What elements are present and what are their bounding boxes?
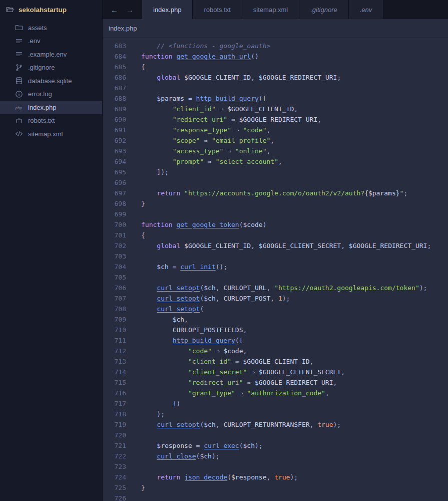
code-line[interactable]: 690 "redirect_uri" ⇒ $GOOGLE_REDIRECT_UR… [103, 114, 448, 125]
back-button[interactable]: ← [111, 6, 118, 14]
sidebar-item-env[interactable]: .env [0, 35, 102, 48]
code-line[interactable]: 683 // <functions - google_oauth> [103, 41, 448, 51]
file-name: sitemap.xml [28, 130, 63, 138]
sidebar-item-example-env[interactable]: .example.env [0, 48, 102, 61]
code-editor[interactable]: 683 // <functions - google_oauth>684func… [103, 38, 448, 501]
app-window: sekolahstartup assets.env.example.env.gi… [0, 0, 448, 501]
code-line[interactable]: 723 [103, 461, 448, 472]
line-number: 717 [103, 398, 126, 409]
line-number: 694 [103, 156, 126, 167]
file-name: assets [28, 24, 47, 32]
code-line[interactable]: 699 [103, 209, 448, 219]
code-line[interactable]: 726 [103, 493, 448, 501]
tabs: index.phprobots.txtsitemap.xml.gitignore… [142, 0, 383, 19]
code-line[interactable]: 692 "scope" ⇒ "email profile", [103, 135, 448, 146]
code-line[interactable]: 709 $ch, [103, 314, 448, 325]
file-name: database.sqlite [28, 77, 72, 85]
workspace-name: sekolahstartup [19, 6, 67, 14]
code-line[interactable]: 710 CURLOPT_POSTFIELDS, [103, 325, 448, 335]
code-line[interactable]: 711 http_build_query([ [103, 335, 448, 346]
line-number: 721 [103, 440, 126, 451]
line-number: 691 [103, 125, 126, 135]
code-text: // <functions - google_oauth> [141, 41, 270, 51]
code-line[interactable]: 718 ); [103, 409, 448, 419]
line-number: 687 [103, 83, 126, 93]
file-explorer: sekolahstartup assets.env.example.env.gi… [0, 0, 103, 501]
code-line[interactable]: 695 ]); [103, 167, 448, 177]
line-number: 702 [103, 240, 126, 251]
line-number: 720 [103, 430, 126, 440]
code-line[interactable]: 691 "response_type" ⇒ "code", [103, 125, 448, 135]
line-number: 715 [103, 377, 126, 388]
line-number: 726 [103, 493, 126, 501]
code-text: $ch = curl_init(); [141, 262, 227, 272]
code-text: "response_type" ⇒ "code", [141, 125, 270, 135]
line-number: 697 [103, 188, 126, 198]
workspace-header[interactable]: sekolahstartup [0, 0, 102, 19]
tab-robots-txt[interactable]: robots.txt [193, 0, 242, 19]
code-line[interactable]: 713 "client_id" ⇒ $GOOGLE_CLIENT_ID, [103, 356, 448, 367]
sidebar-item-database-sqlite[interactable]: database.sqlite [0, 74, 102, 88]
line-number: 700 [103, 219, 126, 230]
code-line[interactable]: 705 [103, 272, 448, 283]
code-line[interactable]: 696 [103, 177, 448, 188]
line-number: 708 [103, 304, 126, 314]
code-line[interactable]: 704 $ch = curl_init(); [103, 262, 448, 272]
file-name: robots.txt [28, 117, 55, 124]
line-number: 696 [103, 177, 126, 188]
code-line[interactable]: 715 "redirect_uri" ⇒ $GOOGLE_REDIRECT_UR… [103, 377, 448, 388]
code-line[interactable]: 694 "prompt" ⇒ "select_account", [103, 156, 448, 167]
tab-sitemap-xml[interactable]: sitemap.xml [242, 0, 299, 19]
breadcrumb-file[interactable]: index.php [109, 25, 137, 32]
forward-button[interactable]: → [126, 6, 134, 14]
code-line[interactable]: 714 "client_secret" ⇒ $GOOGLE_CLIENT_SEC… [103, 367, 448, 377]
code-line[interactable]: 719 curl_setopt($ch, CURLOPT_RETURNTRANS… [103, 419, 448, 430]
sidebar-item-robots-txt[interactable]: robots.txt [0, 114, 102, 128]
tab-index-php[interactable]: index.php [142, 0, 193, 19]
line-number: 699 [103, 209, 126, 219]
code-line[interactable]: 697 return "https://accounts.google.com/… [103, 188, 448, 198]
line-number: 709 [103, 314, 126, 325]
file-name: error.log [28, 90, 52, 98]
code-line[interactable]: 703 [103, 251, 448, 262]
code-text: "scope" ⇒ "email profile", [141, 135, 274, 146]
code-line[interactable]: 687 [103, 83, 448, 93]
code-line[interactable]: 720 [103, 430, 448, 440]
tab-env[interactable]: .env [349, 0, 384, 19]
code-line[interactable]: 698} [103, 198, 448, 209]
sidebar-item-error-log[interactable]: error.log [0, 88, 102, 101]
sidebar-item-sitemap-xml[interactable]: sitemap.xml [0, 127, 102, 141]
line-number: 710 [103, 325, 126, 335]
code-line[interactable]: 724 return json_decode($response, true); [103, 472, 448, 482]
sidebar-item-index-php[interactable]: phpindex.php [0, 101, 102, 114]
code-text: $params = http_build_query([ [141, 93, 266, 104]
code-text: curl_setopt($ch, CURLOPT_POST, 1); [141, 293, 290, 304]
code-line[interactable]: 707 curl_setopt($ch, CURLOPT_POST, 1); [103, 293, 448, 304]
code-line[interactable]: 684function get_google_auth_url() [103, 51, 448, 62]
code-line[interactable]: 701{ [103, 230, 448, 240]
code-line[interactable]: 717 ]) [103, 398, 448, 409]
svg-text:php: php [16, 106, 23, 110]
code-line[interactable]: 685{ [103, 62, 448, 72]
code-line[interactable]: 686 global $GOOGLE_CLIENT_ID, $GOOGLE_RE… [103, 72, 448, 83]
sidebar-item-assets[interactable]: assets [0, 21, 102, 35]
code-line[interactable]: 716 "grant_type" ⇒ "authorization_code", [103, 388, 448, 398]
code-text: curl_setopt($ch, CURLOPT_URL, "https://o… [141, 283, 427, 293]
line-number: 716 [103, 388, 126, 398]
sidebar-item-gitignore[interactable]: .gitignore [0, 61, 102, 75]
code-line[interactable]: 700function get_google_token($code) [103, 219, 448, 230]
code-line[interactable]: 708 curl_setopt( [103, 304, 448, 314]
code-line[interactable]: 688 $params = http_build_query([ [103, 93, 448, 104]
tab-gitignore[interactable]: .gitignore [299, 0, 348, 19]
code-text: function get_google_token($code) [141, 219, 266, 230]
code-line[interactable]: 693 "access_type" ⇒ "online", [103, 146, 448, 156]
code-line[interactable]: 721 $response = curl_exec($ch); [103, 440, 448, 451]
database-icon [15, 77, 23, 85]
code-line[interactable]: 702 global $GOOGLE_CLIENT_ID, $GOOGLE_CL… [103, 240, 448, 251]
code-line[interactable]: 712 "code" ⇒ $code, [103, 346, 448, 356]
code-line[interactable]: 725} [103, 482, 448, 493]
code-line[interactable]: 689 "client_id" ⇒ $GOOGLE_CLIENT_ID, [103, 104, 448, 114]
line-number: 683 [103, 41, 126, 51]
code-line[interactable]: 706 curl_setopt($ch, CURLOPT_URL, "https… [103, 283, 448, 293]
code-line[interactable]: 722 curl_close($ch); [103, 451, 448, 461]
